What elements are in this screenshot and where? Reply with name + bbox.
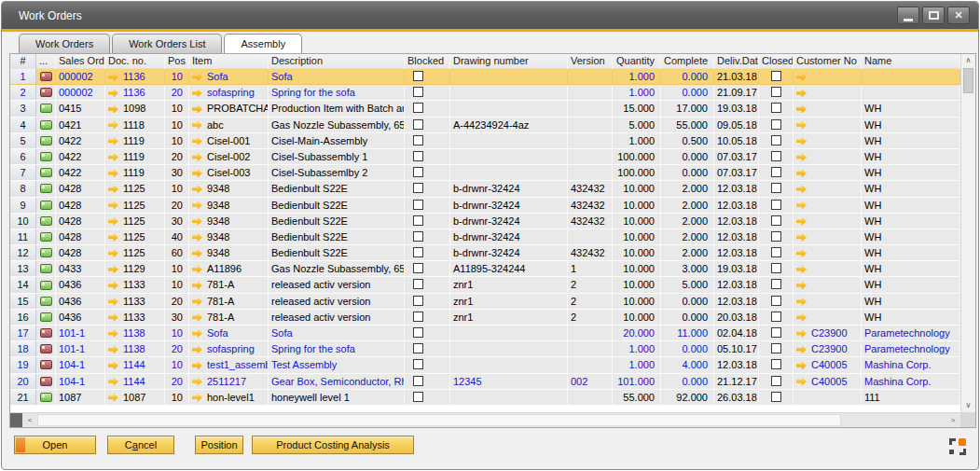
link-arrow-icon[interactable] bbox=[796, 233, 807, 242]
link-text[interactable]: C40005 bbox=[811, 376, 848, 387]
table-row[interactable]: 40421111810abcGas Nozzle Subassembly, 65… bbox=[10, 118, 960, 133]
link-text[interactable]: test1_assembl bbox=[207, 359, 269, 370]
column-header-pos[interactable]: Pos bbox=[165, 54, 189, 69]
table-row[interactable]: 20104-11144202511217Gear Box, Semiconduc… bbox=[10, 374, 960, 390]
row-number[interactable]: 9 bbox=[10, 198, 36, 213]
table-row[interactable]: 130433112910A11896Gas Nozzle Subassembly… bbox=[10, 261, 960, 277]
link-arrow-icon[interactable] bbox=[796, 361, 807, 369]
blocked-checkbox[interactable] bbox=[413, 151, 423, 161]
link-arrow-icon[interactable] bbox=[796, 329, 807, 338]
link-arrow-icon[interactable] bbox=[108, 137, 118, 145]
row-number[interactable]: 15 bbox=[10, 294, 36, 309]
column-header-cust[interactable]: Customer No bbox=[794, 54, 862, 69]
link-text[interactable]: 9348 bbox=[207, 231, 229, 242]
cancel-button[interactable]: Cancel bbox=[107, 436, 174, 454]
blocked-checkbox[interactable] bbox=[413, 103, 423, 113]
row-number[interactable]: 10 bbox=[10, 214, 36, 229]
row-number[interactable]: 14 bbox=[10, 277, 36, 292]
column-header-desc[interactable]: Description bbox=[269, 54, 405, 69]
link-arrow-icon[interactable] bbox=[192, 281, 202, 289]
row-number[interactable]: 18 bbox=[10, 341, 36, 356]
blocked-checkbox[interactable] bbox=[413, 392, 423, 402]
table-row[interactable]: 2000002113620sofaspringSpring for the so… bbox=[10, 85, 960, 101]
link-arrow-icon[interactable] bbox=[192, 104, 202, 113]
link-text[interactable]: C40005 bbox=[811, 359, 848, 370]
row-number[interactable]: 21 bbox=[10, 390, 36, 405]
link-arrow-icon[interactable] bbox=[192, 201, 202, 210]
minimize-button[interactable] bbox=[897, 7, 919, 24]
blocked-checkbox[interactable] bbox=[413, 231, 423, 242]
closed-checkbox[interactable] bbox=[771, 343, 781, 353]
link-arrow-icon[interactable] bbox=[796, 249, 807, 257]
column-header-date[interactable]: Deliv.Date bbox=[714, 54, 759, 69]
tab-work-orders[interactable]: Work Orders bbox=[19, 34, 110, 53]
closed-checkbox[interactable] bbox=[771, 231, 781, 242]
closed-checkbox[interactable] bbox=[771, 87, 781, 97]
table-row[interactable]: 18101-1113820sofaspringSpring for the so… bbox=[10, 341, 960, 357]
table-row[interactable]: 1104281125409348Bedienbult S22Eb-drwnr-3… bbox=[10, 229, 960, 245]
column-header-name[interactable]: Name bbox=[862, 54, 960, 69]
link-arrow-icon[interactable] bbox=[796, 265, 807, 273]
link-arrow-icon[interactable] bbox=[796, 185, 807, 193]
link-text[interactable]: Cisel-003 bbox=[207, 167, 250, 178]
open-button[interactable]: Open bbox=[14, 436, 96, 454]
row-number[interactable]: 17 bbox=[10, 326, 36, 340]
blocked-checkbox[interactable] bbox=[413, 327, 423, 338]
table-row[interactable]: 211087108710hon-level1honeywell level 15… bbox=[10, 390, 960, 406]
row-number[interactable]: 3 bbox=[10, 101, 36, 116]
position-button[interactable]: Position bbox=[195, 436, 243, 454]
table-row[interactable]: 17101-1113810SofaSofa20.00011.00002.04.1… bbox=[10, 326, 960, 341]
blocked-checkbox[interactable] bbox=[413, 119, 423, 130]
product-costing-analysis-button[interactable]: Product Costing Analysis bbox=[252, 436, 414, 454]
table-row[interactable]: 160436113330781-Areleased activ versionz… bbox=[10, 310, 960, 326]
link-arrow-icon[interactable] bbox=[108, 298, 118, 306]
link-text[interactable]: 1144 bbox=[123, 359, 145, 370]
link-arrow-icon[interactable] bbox=[108, 73, 118, 81]
table-row[interactable]: 1000002113610SofaSofa1.0000.00021.03.18 bbox=[10, 69, 960, 85]
table-row[interactable]: 50422111910Cisel-001Cisel-Main-Assembly1… bbox=[10, 133, 960, 149]
closed-checkbox[interactable] bbox=[771, 167, 781, 177]
blocked-checkbox[interactable] bbox=[413, 71, 423, 81]
closed-checkbox[interactable] bbox=[771, 359, 781, 369]
link-arrow-icon[interactable] bbox=[108, 345, 118, 353]
link-arrow-icon[interactable] bbox=[192, 185, 202, 193]
closed-checkbox[interactable] bbox=[771, 135, 781, 145]
closed-checkbox[interactable] bbox=[771, 103, 781, 113]
link-text[interactable]: 1138 bbox=[123, 343, 145, 354]
closed-checkbox[interactable] bbox=[771, 279, 781, 289]
row-number[interactable]: 16 bbox=[10, 310, 36, 325]
link-text[interactable]: 9348 bbox=[207, 215, 229, 227]
row-number[interactable]: 7 bbox=[10, 165, 36, 180]
link-arrow-icon[interactable] bbox=[192, 394, 202, 402]
link-text[interactable]: 9348 bbox=[207, 247, 229, 258]
link-arrow-icon[interactable] bbox=[192, 121, 202, 130]
link-text[interactable]: Sofa bbox=[207, 327, 228, 339]
link-text[interactable]: 1125 bbox=[123, 215, 145, 227]
link-arrow-icon[interactable] bbox=[108, 185, 118, 193]
link-text[interactable]: 1119 bbox=[123, 167, 145, 178]
table-row[interactable]: 804281125109348Bedienbult S22Eb-drwnr-32… bbox=[10, 181, 960, 197]
link-arrow-icon[interactable] bbox=[108, 89, 118, 97]
link-text[interactable]: abc bbox=[207, 119, 224, 131]
table-row[interactable]: 60422111920Cisel-002Cisel-Subassembly 11… bbox=[10, 149, 960, 165]
blocked-checkbox[interactable] bbox=[413, 312, 423, 322]
table-row[interactable]: 140436113310781-Areleased activ versionz… bbox=[10, 277, 960, 293]
row-number[interactable]: 1 bbox=[10, 69, 36, 84]
link-arrow-icon[interactable] bbox=[108, 217, 118, 226]
table-row[interactable]: 904281125209348Bedienbult S22Eb-drwnr-32… bbox=[10, 198, 960, 214]
link-arrow-icon[interactable] bbox=[108, 233, 118, 242]
row-number[interactable]: 20 bbox=[10, 374, 36, 389]
scroll-left-icon[interactable] bbox=[22, 413, 37, 426]
link-text[interactable]: 9348 bbox=[207, 183, 229, 194]
link-text[interactable]: 1087 bbox=[123, 392, 145, 403]
link-arrow-icon[interactable] bbox=[796, 104, 807, 113]
link-text[interactable]: Cisel-001 bbox=[207, 135, 250, 146]
link-text[interactable]: PROBATCHA bbox=[207, 103, 269, 114]
link-arrow-icon[interactable] bbox=[192, 249, 202, 257]
table-row[interactable]: 70422111930Cisel-003Cisel-Subassemlby 21… bbox=[10, 165, 960, 181]
horizontal-scrollbar[interactable] bbox=[10, 412, 975, 427]
expand-form-icon[interactable] bbox=[949, 438, 966, 455]
link-arrow-icon[interactable] bbox=[192, 378, 202, 386]
link-arrow-icon[interactable] bbox=[192, 361, 202, 369]
link-text[interactable]: 1125 bbox=[123, 231, 145, 242]
